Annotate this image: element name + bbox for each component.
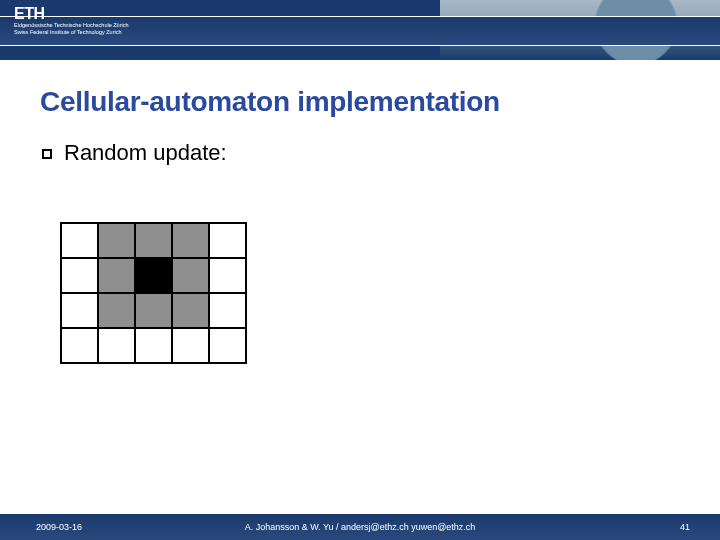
grid-cell-white: [209, 328, 246, 363]
bullet-marker-icon: [42, 149, 52, 159]
footer-authors: A. Johansson & W. Yu / andersj@ethz.ch y…: [245, 522, 476, 532]
bullet-text: Random update:: [64, 140, 227, 166]
grid-cell-white: [61, 328, 98, 363]
eth-logo: ETH Eidgenössische Technische Hochschule…: [14, 6, 134, 35]
grid-cell-grey: [98, 258, 135, 293]
grid-cell-grey: [172, 223, 209, 258]
footer-date: 2009-03-16: [36, 522, 82, 532]
grid-cell-white: [209, 293, 246, 328]
slide-title: Cellular-automaton implementation: [40, 86, 500, 118]
grid-cell-white: [98, 328, 135, 363]
grid-cell-grey: [98, 223, 135, 258]
bullet-item: Random update:: [42, 140, 227, 166]
grid-cell-white: [209, 258, 246, 293]
cellular-automaton-grid: [60, 222, 247, 364]
grid-cell-grey: [172, 293, 209, 328]
grid-cell-grey: [135, 293, 172, 328]
grid-cell-grey: [135, 223, 172, 258]
logo-main: ETH: [14, 6, 134, 22]
slide-footer: 2009-03-16 A. Johansson & W. Yu / anders…: [0, 513, 720, 540]
grid-cell-black: [135, 258, 172, 293]
slide-header: ETH Eidgenössische Technische Hochschule…: [0, 0, 720, 60]
logo-subtitle-en: Swiss Federal Institute of Technology Zu…: [14, 29, 134, 36]
grid-cell-white: [172, 328, 209, 363]
grid-cell-white: [61, 293, 98, 328]
grid-cell-white: [135, 328, 172, 363]
grid-cell-white: [61, 223, 98, 258]
grid-cell-grey: [98, 293, 135, 328]
grid-cell-grey: [172, 258, 209, 293]
footer-page-number: 41: [680, 522, 690, 532]
grid-cell-white: [209, 223, 246, 258]
logo-subtitle-de: Eidgenössische Technische Hochschule Zür…: [14, 22, 134, 29]
grid-cell-white: [61, 258, 98, 293]
